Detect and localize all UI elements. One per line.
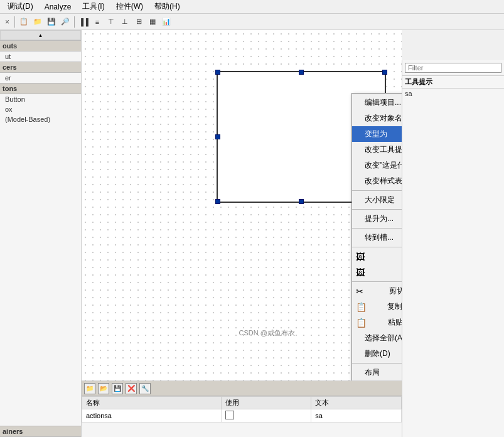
toolbar-btn-11[interactable]: 📊 <box>160 16 173 28</box>
toolbar-separator-2 <box>74 16 75 28</box>
bring-front-icon: 🖼 <box>356 267 366 278</box>
panel-item-model-based[interactable]: (Model-Based) <box>0 114 81 124</box>
cell-text: sa <box>311 409 402 423</box>
ctx-morph[interactable]: 变型为 ▶ <box>352 126 402 142</box>
bottom-btn-1[interactable]: 📁 <box>84 383 95 394</box>
right-panel: 工具提示 sa <box>402 60 504 437</box>
filter-input[interactable] <box>405 63 501 73</box>
ctx-change-stylesheet[interactable]: 改变样式表... <box>352 173 402 189</box>
ctx-delete[interactable]: 删除(D) <box>352 346 402 362</box>
col-header-use: 使用 <box>221 397 311 409</box>
bottom-table: 名称 使用 文本 actionsa sa <box>82 396 402 423</box>
ctx-send-back[interactable]: 🖼 放到后面(B) <box>352 249 402 264</box>
menu-debug[interactable]: 调试(D) <box>3 0 38 13</box>
filter-area <box>402 60 504 76</box>
section-header-tons: tons <box>0 83 81 94</box>
tooltip-section-header: 工具提示 <box>402 76 504 89</box>
panel-item-ut[interactable]: ut <box>0 51 81 62</box>
cut-icon: ✂ <box>356 286 366 296</box>
context-menu: 编辑项目... 改变对象名称... 变型为 ▶ 改变工具提示... 改变"这是什… <box>351 93 402 380</box>
section-header-outs: outs <box>0 40 81 51</box>
menubar: 调试(D) Analyze 工具(I) 控件(W) 帮助(H) <box>0 0 504 14</box>
toolbar-btn-5[interactable]: ▐▐ <box>77 16 90 28</box>
ctx-whats-this[interactable]: 改变"这是什么"... <box>352 158 402 173</box>
menu-help[interactable]: 帮助(H) <box>149 0 185 13</box>
section-header-cers: cers <box>0 62 81 73</box>
ctx-sep-5 <box>352 281 402 282</box>
ctx-copy[interactable]: 📋 复制(C) Ctrl+C <box>352 299 402 315</box>
ctx-size-constraint[interactable]: 大小限定 ▶ <box>352 192 402 208</box>
ctx-rename[interactable]: 改变对象名称... <box>352 111 402 126</box>
col-header-name: 名称 <box>82 397 222 409</box>
ctx-sep-4 <box>352 247 402 247</box>
section-header-ainers: ainers <box>0 426 81 437</box>
ctx-tooltip[interactable]: 改变工具提示... <box>352 142 402 158</box>
toolbar-btn-9[interactable]: ⊞ <box>132 16 145 28</box>
menu-analyze[interactable]: Analyze <box>40 1 77 13</box>
toolbar-btn-6[interactable]: ≡ <box>91 16 104 28</box>
bottom-btn-3[interactable]: 💾 <box>112 383 123 394</box>
toolbar-btn-8[interactable]: ⊥ <box>119 16 131 28</box>
close-button[interactable]: × <box>3 18 12 26</box>
col-header-text: 文本 <box>311 397 402 409</box>
ctx-edit-item[interactable]: 编辑项目... <box>352 95 402 111</box>
ctx-sep-6 <box>352 363 402 364</box>
cell-name: actionsa <box>82 409 222 423</box>
ctx-select-all[interactable]: 选择全部(A) Ctrl+A <box>352 330 402 346</box>
canvas-area[interactable]: 编辑项目... 改变对象名称... 变型为 ▶ 改变工具提示... 改变"这是什… <box>82 30 402 380</box>
panel-item-ox[interactable]: ox <box>0 104 81 114</box>
handle-middle-left[interactable] <box>215 134 220 139</box>
panel-item-button[interactable]: Button <box>0 94 81 104</box>
bottom-toolbar: 📁 📂 💾 ❌ 🔧 <box>82 381 402 396</box>
bottom-panel: 📁 📂 💾 ❌ 🔧 名称 使用 文本 actionsa sa <box>82 380 402 437</box>
table-row: actionsa sa <box>82 409 402 423</box>
bottom-btn-4[interactable]: ❌ <box>126 383 137 394</box>
cell-checkbox[interactable] <box>221 409 311 423</box>
tooltip-value: sa <box>402 89 504 99</box>
ctx-paste[interactable]: 📋 粘贴(P) Ctrl+V <box>352 315 402 330</box>
toolbar-btn-10[interactable]: ▦ <box>146 16 159 28</box>
toolbar-separator-1 <box>14 16 15 28</box>
handle-top-center[interactable] <box>299 70 304 75</box>
ctx-sep-1 <box>352 190 402 191</box>
left-panel: ▲ outs ut cers er tons Button ox (Model-… <box>0 30 82 437</box>
bottom-btn-5[interactable]: 🔧 <box>139 383 151 394</box>
ctx-goto-slot[interactable]: 转到槽... <box>352 230 402 245</box>
ctx-sep-2 <box>352 209 402 210</box>
scroll-up-button[interactable]: ▲ <box>0 30 81 40</box>
toolbar-btn-7[interactable]: ⊤ <box>105 16 117 28</box>
toolbar-btn-1[interactable]: 📋 <box>18 16 30 28</box>
panel-item-er[interactable]: er <box>0 73 81 83</box>
menu-tools[interactable]: 工具(I) <box>77 0 109 13</box>
toolbar: × 📋 📁 💾 🔎 ▐▐ ≡ ⊤ ⊥ ⊞ ▦ 📊 <box>0 14 504 30</box>
handle-top-left[interactable] <box>215 70 220 75</box>
toolbar-btn-4[interactable]: 🔎 <box>59 16 72 28</box>
menu-controls[interactable]: 控件(W) <box>111 0 148 13</box>
ctx-promote[interactable]: 提升为... <box>352 211 402 227</box>
copy-icon: 📋 <box>356 302 366 312</box>
paste-icon: 📋 <box>356 318 366 328</box>
toolbar-btn-2[interactable]: 📁 <box>31 16 44 28</box>
watermark: CSDN @咸鱼布衣 <box>239 328 295 338</box>
handle-top-right[interactable] <box>382 70 387 75</box>
ctx-cut[interactable]: ✂ 剪切(I) Ctrl+X <box>352 283 402 299</box>
handle-bottom-left[interactable] <box>215 199 220 204</box>
ctx-bring-front[interactable]: 🖼 放到前面(F) <box>352 264 402 280</box>
checkbox-icon[interactable] <box>225 411 234 419</box>
ctx-layout[interactable]: 布局 ▶ <box>352 365 402 380</box>
send-back-icon: 🖼 <box>356 252 366 262</box>
bottom-btn-2[interactable]: 📂 <box>98 383 109 394</box>
main-layout: ▲ outs ut cers er tons Button ox (Model-… <box>0 30 504 437</box>
toolbar-btn-3[interactable]: 💾 <box>45 16 58 28</box>
ctx-sep-3 <box>352 228 402 229</box>
handle-bottom-center[interactable] <box>299 199 304 204</box>
